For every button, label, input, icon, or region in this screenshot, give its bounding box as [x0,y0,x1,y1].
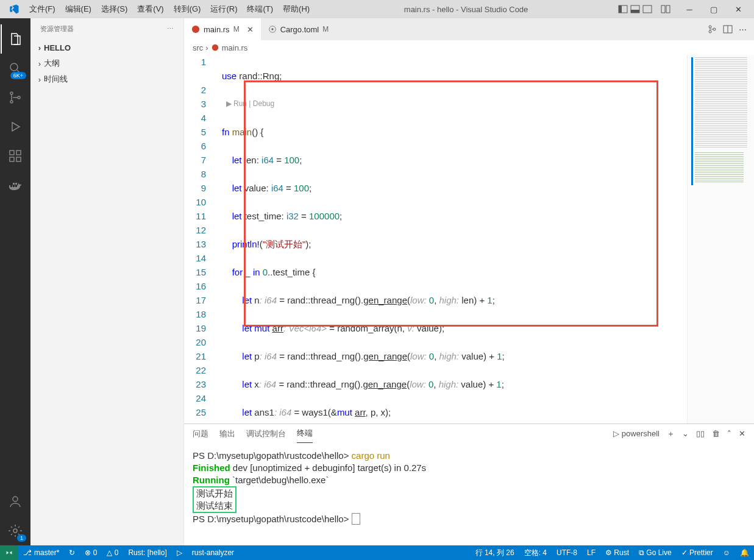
tab-label: Cargo.toml [280,25,319,34]
split-terminal-icon[interactable]: ▯▯ [696,429,705,438]
svg-point-7 [10,63,18,71]
status-cursor-pos[interactable]: 行 14, 列 26 [471,545,519,560]
status-analyzer[interactable]: rust-analyzer [187,545,239,560]
editor-split: 1234567891011121314151617181920212223242… [184,55,754,545]
svg-rect-5 [661,5,665,13]
split-editor-icon[interactable] [723,24,733,34]
status-feedback-icon[interactable]: ☺ [718,545,735,560]
status-spaces[interactable]: 空格: 4 [519,545,552,560]
settings-icon[interactable]: 1 [1,516,30,545]
status-branch[interactable]: ⎇ master* [18,545,64,560]
panel-tab-terminal[interactable]: 终端 [297,424,313,443]
code-area[interactable]: 1234567891011121314151617181920212223242… [184,55,754,424]
explorer-icon[interactable] [1,24,30,54]
status-prettier[interactable]: ✓ Prettier [677,545,718,560]
tab-modified: M [322,25,329,34]
svg-rect-3 [631,10,639,13]
output-highlight: 测试开始测试结束 [193,486,237,513]
svg-rect-4 [643,5,652,13]
settings-badge: 1 [17,534,26,542]
vscode-logo-icon [9,4,20,15]
title-bar: 文件(F) 编辑(E) 选择(S) 查看(V) 转到(G) 运行(R) 终端(T… [0,0,754,18]
run-debug-icon[interactable] [1,112,30,141]
sidebar-header: 资源管理器 ⋯ [30,18,183,40]
svg-rect-6 [666,5,670,13]
breadcrumb-segment[interactable]: src [193,43,203,52]
svg-point-21 [709,30,711,33]
menu-goto[interactable]: 转到(G) [169,2,206,16]
account-icon[interactable] [1,487,30,516]
close-icon[interactable]: ✕ [726,1,750,18]
tab-bar: main.rs M ✕ Cargo.toml M ⋯ [184,18,754,40]
menu-run[interactable]: 运行(R) [205,2,242,16]
status-bell-icon[interactable]: 🔔 [735,545,754,560]
status-lang[interactable]: ⚙ Rust [600,545,634,560]
dropdown-icon[interactable]: ⌄ [682,429,689,438]
panel-tab-output[interactable]: 输出 [219,425,235,443]
menu-select[interactable]: 选择(S) [96,2,132,16]
more-icon[interactable]: ⋯ [167,25,174,33]
terminal-profile[interactable]: ▷ powershell [613,429,660,438]
menu-terminal[interactable]: 终端(T) [242,2,278,16]
tab-main-rs[interactable]: main.rs M ✕ [184,18,261,40]
status-errors[interactable]: ⊗ 0 [80,545,102,560]
status-sync[interactable]: ↻ [64,545,80,560]
status-encoding[interactable]: UTF-8 [552,545,582,560]
svg-point-17 [192,26,199,33]
status-eol[interactable]: LF [582,545,600,560]
menu-file[interactable]: 文件(F) [24,2,60,16]
minimap[interactable] [687,55,754,424]
tab-cargo-toml[interactable]: Cargo.toml M [261,18,336,40]
close-panel-icon[interactable]: ✕ [739,429,745,438]
tab-modified: M [233,25,240,34]
panel-left-icon[interactable] [617,4,628,15]
source-control-icon[interactable] [1,83,30,112]
menu-help[interactable]: 帮助(H) [278,2,315,16]
svg-point-20 [709,26,711,28]
close-icon[interactable]: ✕ [247,25,254,34]
panel-tab-debugconsole[interactable]: 调试控制台 [246,425,286,443]
svg-rect-13 [16,157,21,161]
menu-view[interactable]: 查看(V) [132,2,168,16]
docker-icon[interactable] [1,171,30,200]
code-content[interactable]: use rand::Rng; ▶ Run | Debug fn main() {… [219,55,687,424]
line-gutter: 1234567891011121314151617181920212223242… [184,55,219,424]
terminal-panel: 问题 输出 调试控制台 终端 ▷ powershell ＋ ⌄ ▯▯ 🗑 ˄ ✕ [184,424,754,545]
status-run[interactable]: ▷ [172,545,187,560]
search-icon[interactable]: 6K+ [1,54,30,83]
sidebar-item-outline[interactable]: ›大纲 [30,55,183,71]
chevron-up-icon[interactable]: ˄ [727,429,731,438]
terminal-body[interactable]: PS D:\mysetup\gopath\rustcode\hello> car… [184,444,754,545]
remote-indicator[interactable] [0,545,18,560]
new-terminal-icon[interactable]: ＋ [667,428,675,439]
sidebar-item-timeline[interactable]: ›时间线 [30,71,183,87]
minimize-icon[interactable]: ─ [677,1,702,18]
panel-right-icon[interactable] [642,4,653,15]
activity-bar: 6K+ 1 [0,18,30,545]
extensions-icon[interactable] [1,141,30,171]
compare-icon[interactable] [707,24,717,34]
svg-point-10 [18,96,20,99]
status-golive[interactable]: ⧉ Go Live [634,545,677,560]
more-icon[interactable]: ⋯ [739,25,747,34]
svg-point-9 [10,101,13,103]
status-warnings[interactable]: △ 0 [102,545,123,560]
maximize-icon[interactable]: ▢ [702,1,726,18]
breadcrumb[interactable]: src › main.rs [184,40,754,55]
breadcrumb-segment[interactable]: main.rs [222,43,248,52]
sidebar-item-label: HELLO [44,43,71,52]
panel-bottom-icon[interactable] [630,4,641,15]
svg-point-22 [713,28,716,30]
codelens-run-debug[interactable]: ▶ Run | Debug [226,99,275,108]
trash-icon[interactable]: 🗑 [712,429,720,438]
customize-layout-icon[interactable] [660,4,671,15]
sidebar-item-hello[interactable]: ›HELLO [30,40,183,55]
panel-tab-problems[interactable]: 问题 [193,425,208,443]
menu-edit[interactable]: 编辑(E) [60,2,96,16]
status-rust[interactable]: Rust: [hello] [123,545,171,560]
window-title: main.rs - hello - Visual Studio Code [315,5,617,14]
main-area: 6K+ 1 资源管理器 ⋯ ›HELLO ›大纲 ›时间线 main.rs M … [0,18,754,545]
svg-rect-14 [16,151,21,155]
sidebar-title: 资源管理器 [40,24,74,34]
editor-area: main.rs M ✕ Cargo.toml M ⋯ src › main.rs [184,18,754,545]
